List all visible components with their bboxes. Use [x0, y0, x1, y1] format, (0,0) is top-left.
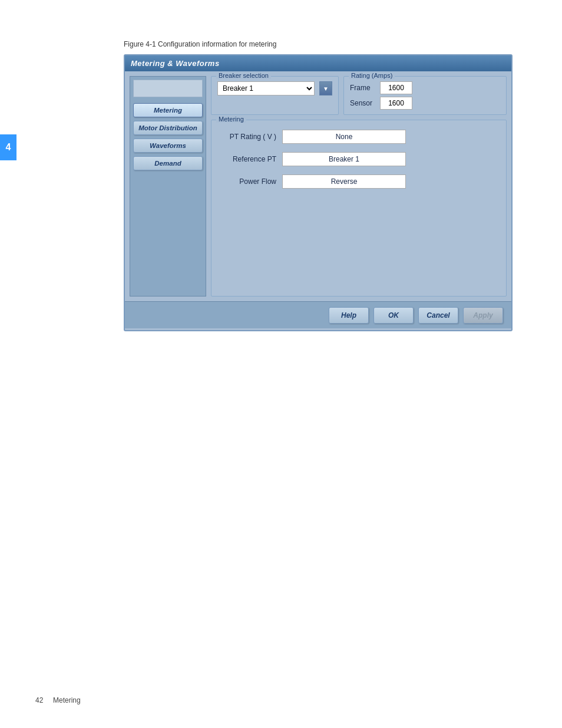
reference-pt-row: Reference PT Breaker 1 [217, 152, 500, 166]
sensor-row: Sensor 1600 [350, 97, 500, 110]
help-button[interactable]: Help [329, 307, 369, 324]
power-flow-value: Reverse [282, 174, 406, 189]
breaker-select[interactable]: Breaker 1 Breaker 2 Breaker 3 [217, 81, 315, 95]
sidebar-item-motor-distribution[interactable]: Motor Distribution [133, 121, 203, 135]
footer-page-number: 42 [35, 696, 43, 704]
pt-rating-value: None [282, 130, 406, 144]
dialog-titlebar: Metering & Waveforms [125, 55, 511, 71]
breaker-row: Breaker 1 Breaker 2 Breaker 3 ▼ [217, 81, 332, 95]
top-row: Breaker selection Breaker 1 Breaker 2 Br… [211, 76, 507, 115]
ok-button[interactable]: OK [373, 307, 414, 324]
sidebar-top-area [133, 80, 203, 97]
cancel-button[interactable]: Cancel [418, 307, 458, 324]
dialog-title: Metering & Waveforms [131, 59, 220, 68]
pt-rating-row: PT Rating ( V ) None [217, 130, 500, 144]
metering-legend: Metering [216, 116, 246, 123]
rating-section: Frame 1600 Sensor 1600 [350, 81, 500, 110]
sidebar-item-demand[interactable]: Demand [133, 156, 203, 170]
footer-section: Metering [53, 696, 81, 704]
breaker-selection-group: Breaker selection Breaker 1 Breaker 2 Br… [211, 76, 339, 115]
dialog-window: Metering & Waveforms Metering Motor Dist… [124, 54, 513, 331]
rating-amps-group: Rating (Amps) Frame 1600 Sensor 1600 [343, 76, 507, 115]
frame-value: 1600 [380, 81, 412, 94]
figure-caption: Figure 4-1 Configuration information for… [124, 40, 276, 48]
sidebar-item-metering[interactable]: Metering [133, 103, 203, 117]
breaker-selection-legend: Breaker selection [216, 72, 271, 79]
sensor-value: 1600 [380, 97, 412, 110]
content-area: Breaker selection Breaker 1 Breaker 2 Br… [211, 76, 507, 297]
page-number-tab: 4 [0, 134, 16, 160]
dialog-body: Metering Motor Distribution Waveforms De… [125, 71, 511, 301]
sidebar-item-waveforms[interactable]: Waveforms [133, 139, 203, 153]
metering-fields: PT Rating ( V ) None Reference PT Breake… [217, 130, 500, 189]
breaker-dropdown-arrow[interactable]: ▼ [319, 81, 332, 95]
sensor-label: Sensor [350, 99, 376, 107]
power-flow-label: Power Flow [217, 177, 276, 186]
apply-button[interactable]: Apply [463, 307, 503, 324]
reference-pt-value: Breaker 1 [282, 152, 406, 166]
button-bar: Help OK Cancel Apply [125, 301, 511, 328]
pt-rating-label: PT Rating ( V ) [217, 133, 276, 141]
sidebar-nav: Metering Motor Distribution Waveforms De… [130, 76, 206, 297]
page-footer: 42 Metering [35, 696, 81, 704]
frame-label: Frame [350, 84, 376, 92]
frame-row: Frame 1600 [350, 81, 500, 94]
metering-group: Metering PT Rating ( V ) None Reference … [211, 120, 507, 297]
power-flow-row: Power Flow Reverse [217, 174, 500, 189]
rating-amps-legend: Rating (Amps) [349, 72, 395, 79]
reference-pt-label: Reference PT [217, 155, 276, 163]
